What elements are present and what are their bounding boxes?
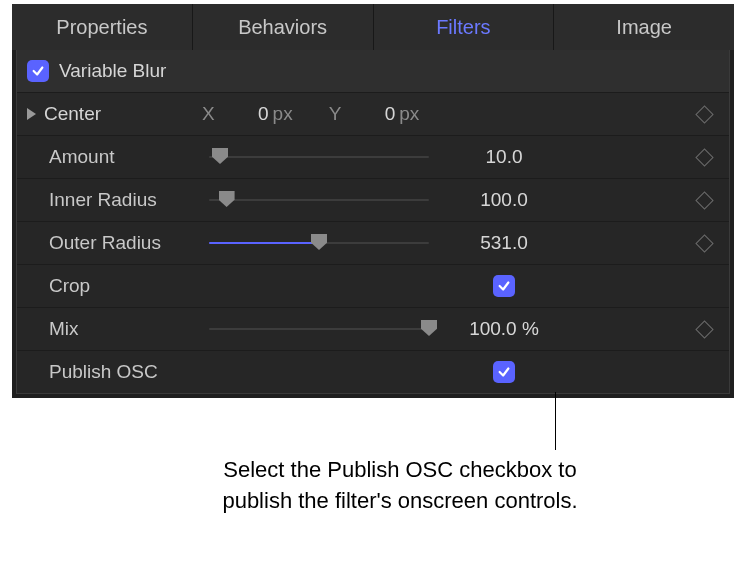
keyframe-outer-radius[interactable]: [679, 237, 729, 250]
callout-line: [555, 392, 556, 450]
inner-radius-slider[interactable]: [209, 190, 429, 210]
keyframe-inner-radius[interactable]: [679, 194, 729, 207]
amount-slider[interactable]: [209, 147, 429, 167]
outer-radius-label: Outer Radius: [49, 232, 209, 254]
diamond-icon: [695, 191, 713, 209]
mix-label: Mix: [49, 318, 209, 340]
row-mix: Mix 100.0 %: [17, 308, 729, 351]
outer-radius-slider[interactable]: [209, 233, 429, 253]
check-icon: [31, 64, 45, 78]
keyframe-center[interactable]: [679, 108, 729, 121]
diamond-icon: [695, 105, 713, 123]
publish-osc-label: Publish OSC: [49, 361, 209, 383]
diamond-icon: [695, 148, 713, 166]
tab-properties[interactable]: Properties: [12, 4, 193, 50]
crop-checkbox[interactable]: [493, 275, 515, 297]
diamond-icon: [695, 320, 713, 338]
tab-image[interactable]: Image: [554, 4, 734, 50]
center-x-value[interactable]: 0px: [223, 103, 299, 125]
inspector-body: Variable Blur Center X 0px Y 0px Amount …: [16, 50, 730, 394]
center-y-label: Y: [329, 103, 342, 125]
disclosure-triangle-icon[interactable]: [27, 108, 36, 120]
check-icon: [497, 279, 511, 293]
tab-bar: Properties Behaviors Filters Image: [12, 4, 734, 50]
row-amount: Amount 10.0: [17, 136, 729, 179]
inner-radius-label: Inner Radius: [49, 189, 209, 211]
filter-header-row: Variable Blur: [17, 50, 729, 93]
mix-slider[interactable]: [209, 319, 429, 339]
filter-title: Variable Blur: [59, 60, 166, 82]
row-publish-osc: Publish OSC: [17, 351, 729, 393]
center-label: Center: [44, 103, 194, 125]
row-inner-radius: Inner Radius 100.0: [17, 179, 729, 222]
row-outer-radius: Outer Radius 531.0: [17, 222, 729, 265]
mix-value[interactable]: 100.0 %: [449, 318, 559, 340]
amount-value[interactable]: 10.0: [449, 146, 559, 168]
center-x-label: X: [202, 103, 215, 125]
row-center: Center X 0px Y 0px: [17, 93, 729, 136]
callout-text: Select the Publish OSC checkbox to publi…: [200, 455, 600, 517]
crop-label: Crop: [49, 275, 209, 297]
inspector-panel: Properties Behaviors Filters Image Varia…: [12, 4, 734, 398]
amount-label: Amount: [49, 146, 209, 168]
publish-osc-checkbox[interactable]: [493, 361, 515, 383]
diamond-icon: [695, 234, 713, 252]
inner-radius-value[interactable]: 100.0: [449, 189, 559, 211]
outer-radius-value[interactable]: 531.0: [449, 232, 559, 254]
check-icon: [497, 365, 511, 379]
keyframe-amount[interactable]: [679, 151, 729, 164]
tab-filters[interactable]: Filters: [374, 4, 555, 50]
row-crop: Crop: [17, 265, 729, 308]
center-y-value[interactable]: 0px: [349, 103, 425, 125]
filter-enable-checkbox[interactable]: [27, 60, 49, 82]
keyframe-mix[interactable]: [679, 323, 729, 336]
tab-behaviors[interactable]: Behaviors: [193, 4, 374, 50]
